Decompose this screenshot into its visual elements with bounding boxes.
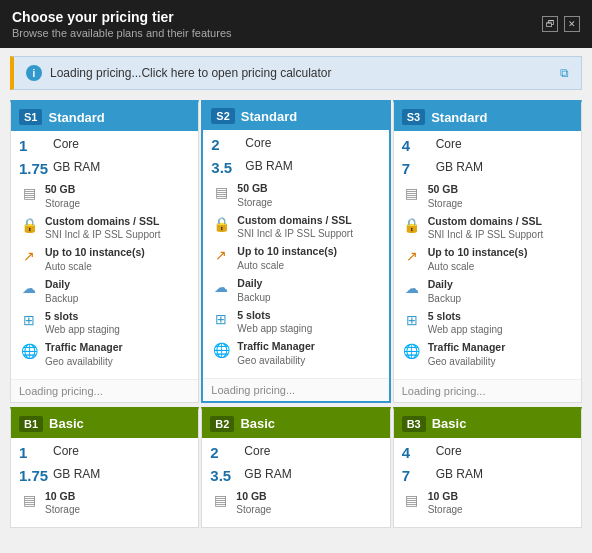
tier-name-s1: Standard — [48, 110, 104, 125]
pricing-window: Choose your pricing tier Browse the avai… — [0, 0, 592, 553]
backup-icon-s1: ☁ — [19, 278, 39, 298]
ram-num-b2: 3.5 — [210, 467, 240, 485]
tier-badge-b2: B2 — [210, 416, 234, 432]
scale-row-s1: ↗ Up to 10 instance(s) Auto scale — [19, 246, 190, 273]
storage-row-b1: ▤ 10 GB Storage — [19, 490, 190, 517]
scale-icon-s2: ↗ — [211, 245, 231, 265]
tier-name-b2: Basic — [240, 416, 275, 431]
content-area: S1 Standard 1 Core 1.75 GB RAM ▤ — [0, 94, 592, 553]
traffic-row-s2: 🌐 Traffic Manager Geo availability — [211, 340, 380, 367]
traffic-icon-s2: 🌐 — [211, 340, 231, 360]
ram-num-s2: 3.5 — [211, 159, 241, 177]
tier-badge-s1: S1 — [19, 109, 42, 125]
storage-text-b1: 10 GB Storage — [45, 490, 80, 517]
window-subtitle: Browse the available plans and their fea… — [12, 27, 232, 39]
ssl-text-s1: Custom domains / SSL SNI Incl & IP SSL S… — [45, 215, 161, 242]
ram-label-s2: GB RAM — [245, 159, 292, 173]
backup-row-s1: ☁ Daily Backup — [19, 278, 190, 305]
cores-num-s2: 2 — [211, 136, 241, 154]
ssl-text-s3: Custom domains / SSL SNI Incl & IP SSL S… — [428, 215, 544, 242]
ram-label-b3: GB RAM — [436, 467, 483, 481]
storage-icon-s1: ▤ — [19, 183, 39, 203]
staging-row-s2: ⊞ 5 slots Web app staging — [211, 309, 380, 336]
info-icon: i — [26, 65, 42, 81]
scale-row-s2: ↗ Up to 10 instance(s) Auto scale — [211, 245, 380, 272]
tier-body-b2: 2 Core 3.5 GB RAM ▤ 10 GB Storage — [202, 438, 389, 528]
ram-label-s1: GB RAM — [53, 160, 100, 174]
tier-badge-b3: B3 — [402, 416, 426, 432]
cores-num-b1: 1 — [19, 444, 49, 462]
scale-icon-s1: ↗ — [19, 246, 39, 266]
tier-header-b3: B3 Basic — [394, 410, 581, 438]
storage-text-s1: 50 GB Storage — [45, 183, 80, 210]
title-bar-controls: 🗗 ✕ — [542, 16, 580, 32]
title-bar: Choose your pricing tier Browse the avai… — [0, 0, 592, 48]
cores-label-b2: Core — [244, 444, 270, 458]
cores-label-s2: Core — [245, 136, 271, 150]
backup-icon-s3: ☁ — [402, 278, 422, 298]
cores-row-b2: 2 Core — [210, 444, 381, 462]
cores-row-b3: 4 Core — [402, 444, 573, 462]
ssl-row-s3: 🔒 Custom domains / SSL SNI Incl & IP SSL… — [402, 215, 573, 242]
cores-num-b2: 2 — [210, 444, 240, 462]
staging-text-s1: 5 slots Web app staging — [45, 310, 120, 337]
tier-card-s1[interactable]: S1 Standard 1 Core 1.75 GB RAM ▤ — [10, 100, 199, 403]
tier-badge-s2: S2 — [211, 108, 234, 124]
tier-card-b2[interactable]: B2 Basic 2 Core 3.5 GB RAM ▤ 1 — [201, 407, 390, 529]
ssl-icon-s3: 🔒 — [402, 215, 422, 235]
traffic-text-s1: Traffic Manager Geo availability — [45, 341, 123, 368]
storage-row-b3: ▤ 10 GB Storage — [402, 490, 573, 517]
info-text: Loading pricing...Click here to open pri… — [50, 66, 552, 80]
ram-row-s3: 7 GB RAM — [402, 160, 573, 178]
tier-body-b3: 4 Core 7 GB RAM ▤ 10 GB Storage — [394, 438, 581, 528]
info-bar[interactable]: i Loading pricing...Click here to open p… — [10, 56, 582, 90]
storage-text-b3: 10 GB Storage — [428, 490, 463, 517]
tier-body-s2: 2 Core 3.5 GB RAM ▤ 50 GB Storage — [203, 130, 388, 378]
cores-label-b1: Core — [53, 444, 79, 458]
storage-icon-b3: ▤ — [402, 490, 422, 510]
ssl-row-s2: 🔒 Custom domains / SSL SNI Incl & IP SSL… — [211, 214, 380, 241]
storage-text-b2: 10 GB Storage — [236, 490, 271, 517]
tier-header-b2: B2 Basic — [202, 410, 389, 438]
storage-icon-s3: ▤ — [402, 183, 422, 203]
close-button[interactable]: ✕ — [564, 16, 580, 32]
ram-row-b1: 1.75 GB RAM — [19, 467, 190, 485]
cores-row-s3: 4 Core — [402, 137, 573, 155]
staging-icon-s3: ⊞ — [402, 310, 422, 330]
storage-icon-s2: ▤ — [211, 182, 231, 202]
ram-num-b3: 7 — [402, 467, 432, 485]
window-title: Choose your pricing tier — [12, 9, 232, 25]
backup-text-s2: Daily Backup — [237, 277, 270, 304]
restore-button[interactable]: 🗗 — [542, 16, 558, 32]
pricing-footer-s2: Loading pricing... — [203, 378, 388, 401]
tier-card-b3[interactable]: B3 Basic 4 Core 7 GB RAM ▤ 10 — [393, 407, 582, 529]
external-link-icon[interactable]: ⧉ — [560, 66, 569, 80]
staging-row-s1: ⊞ 5 slots Web app staging — [19, 310, 190, 337]
scale-icon-s3: ↗ — [402, 246, 422, 266]
tier-card-b1[interactable]: B1 Basic 1 Core 1.75 GB RAM ▤ — [10, 407, 199, 529]
cores-num-s3: 4 — [402, 137, 432, 155]
ram-num-b1: 1.75 — [19, 467, 49, 485]
storage-row-b2: ▤ 10 GB Storage — [210, 490, 381, 517]
storage-row-s2: ▤ 50 GB Storage — [211, 182, 380, 209]
tier-name-s3: Standard — [431, 110, 487, 125]
tier-body-s3: 4 Core 7 GB RAM ▤ 50 GB Storage — [394, 131, 581, 379]
ssl-text-s2: Custom domains / SSL SNI Incl & IP SSL S… — [237, 214, 353, 241]
staging-text-s3: 5 slots Web app staging — [428, 310, 503, 337]
tier-name-b1: Basic — [49, 416, 84, 431]
standard-tier-grid: S1 Standard 1 Core 1.75 GB RAM ▤ — [10, 100, 582, 403]
staging-row-s3: ⊞ 5 slots Web app staging — [402, 310, 573, 337]
title-bar-left: Choose your pricing tier Browse the avai… — [12, 9, 232, 39]
ram-label-s3: GB RAM — [436, 160, 483, 174]
traffic-text-s2: Traffic Manager Geo availability — [237, 340, 315, 367]
tier-card-s2[interactable]: S2 Standard 2 Core 3.5 GB RAM ▤ — [201, 100, 390, 403]
ram-label-b1: GB RAM — [53, 467, 100, 481]
traffic-row-s3: 🌐 Traffic Manager Geo availability — [402, 341, 573, 368]
cores-num-b3: 4 — [402, 444, 432, 462]
tier-card-s3[interactable]: S3 Standard 4 Core 7 GB RAM ▤ — [393, 100, 582, 403]
backup-text-s3: Daily Backup — [428, 278, 461, 305]
tier-header-s2: S2 Standard — [203, 102, 388, 130]
tier-name-s2: Standard — [241, 109, 297, 124]
scale-row-s3: ↗ Up to 10 instance(s) Auto scale — [402, 246, 573, 273]
pricing-footer-s3: Loading pricing... — [394, 379, 581, 402]
